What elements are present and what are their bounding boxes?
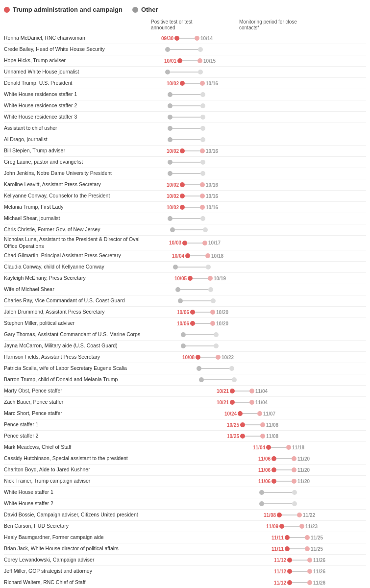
timeline-bar: 10/2511/08 bbox=[151, 431, 366, 441]
positive-date: 11/12 bbox=[274, 558, 286, 563]
positive-date: 10/21 bbox=[217, 400, 229, 405]
positive-dot bbox=[190, 321, 195, 326]
monitor-date: 11/04 bbox=[255, 389, 268, 394]
timeline-line bbox=[264, 492, 292, 493]
table-row: Michael Shear, journalist bbox=[4, 213, 366, 224]
positive-dot bbox=[196, 355, 200, 360]
timeline-bar: 10/0210/16 bbox=[151, 146, 366, 156]
table-row: Kellyanne Conway, Counselor to the Presi… bbox=[4, 191, 366, 202]
positive-dot bbox=[230, 389, 235, 393]
timeline-bar: 10/0610/20 bbox=[151, 318, 366, 328]
table-row: Marc Short, Pence staffer10/2411/07 bbox=[4, 408, 366, 419]
positive-date: 10/21 bbox=[217, 389, 229, 394]
person-name: Harrison Fields, Assistant Press Secreta… bbox=[4, 354, 151, 361]
timeline-bar: 10/0110/15 bbox=[151, 56, 366, 66]
person-name: Healy Baumgardner, Former campaign aide bbox=[4, 534, 151, 541]
monitor-date: 10/14 bbox=[200, 36, 213, 41]
col-header-monitor: Monitoring period for close contacts* bbox=[239, 19, 313, 31]
positive-dot bbox=[190, 310, 195, 315]
person-name: White House staffer 2 bbox=[4, 500, 151, 507]
timeline-line bbox=[276, 458, 292, 459]
timeline-line bbox=[170, 49, 198, 50]
person-name: Greg Laurie, pastor and evangelist bbox=[4, 159, 151, 166]
timeline-line bbox=[264, 503, 292, 504]
positive-date: 10/25 bbox=[227, 434, 239, 439]
timeline-bar: 10/0310/17 bbox=[151, 238, 366, 248]
timeline-line bbox=[173, 218, 200, 219]
positive-dot bbox=[178, 298, 183, 303]
rows-container: Ronna McDaniel, RNC chairwoman09/3010/14… bbox=[4, 33, 366, 588]
monitor-date: 10/18 bbox=[211, 253, 223, 259]
timeline-bar bbox=[151, 67, 366, 77]
timeline-line bbox=[235, 402, 249, 403]
timeline-bar: 11/1211/26 bbox=[151, 578, 366, 588]
positive-dot bbox=[279, 524, 284, 529]
chart-container: Trump administration and campaign Other … bbox=[0, 0, 370, 588]
timeline-line bbox=[173, 117, 200, 118]
person-name: David Bossie, Campaign adviser, Citizens… bbox=[4, 512, 151, 518]
person-name: Kayleigh McEnany, Press Secretary bbox=[4, 275, 151, 282]
monitor-dot bbox=[299, 524, 304, 529]
positive-dot bbox=[259, 490, 264, 495]
table-row: Pence staffer 110/2511/08 bbox=[4, 419, 366, 431]
timeline-line bbox=[187, 243, 202, 244]
legend-trump-dot bbox=[4, 7, 10, 13]
timeline-line bbox=[204, 379, 232, 380]
positive-date: 11/11 bbox=[271, 546, 284, 552]
timeline-line bbox=[180, 289, 208, 290]
timeline-line bbox=[190, 255, 205, 256]
positive-dot bbox=[168, 103, 173, 108]
timeline-bar: 10/2111/04 bbox=[151, 397, 366, 407]
person-name: Stephen Miller, political adviser bbox=[4, 320, 151, 327]
table-row: Harrison Fields, Assistant Press Secreta… bbox=[4, 352, 366, 363]
table-row: Claudia Conway, child of Kellyanne Conwa… bbox=[4, 262, 366, 273]
timeline-bar: 11/0911/23 bbox=[151, 521, 366, 531]
monitor-date: 11/20 bbox=[297, 479, 310, 484]
timeline-bar bbox=[151, 45, 366, 54]
person-name: Claudia Conway, child of Kellyanne Conwa… bbox=[4, 264, 151, 270]
table-row: Zach Bauer, Pence staffer10/2111/04 bbox=[4, 397, 366, 408]
table-row: Charles Ray, Vice Commandant of U.S. Coa… bbox=[4, 295, 366, 307]
positive-date: 11/06 bbox=[258, 456, 271, 462]
person-name: Melania Trump, First Lady bbox=[4, 204, 151, 211]
monitor-dot bbox=[205, 253, 210, 258]
table-row: White House residence staffer 1 bbox=[4, 89, 366, 100]
person-name: Charles Ray, Vice Commandant of U.S. Coa… bbox=[4, 297, 151, 304]
timeline-bar: 10/0810/22 bbox=[151, 352, 366, 362]
timeline-bar bbox=[151, 364, 366, 373]
person-name: Kellyanne Conway, Counselor to the Presi… bbox=[4, 193, 151, 199]
timeline-bar bbox=[151, 123, 366, 133]
monitor-dot bbox=[297, 513, 302, 517]
monitor-date: 11/07 bbox=[263, 411, 275, 416]
timeline-line bbox=[185, 196, 200, 196]
timeline-bar bbox=[151, 375, 366, 385]
monitor-dot bbox=[292, 456, 296, 461]
person-name: Nicholas Luna, Assistant to the Presiden… bbox=[4, 236, 151, 249]
col-header-positive: Positive test or test announced bbox=[151, 19, 210, 31]
table-row: Stephen Miller, political adviser10/0610… bbox=[4, 318, 366, 329]
timeline-bar bbox=[151, 169, 366, 178]
positive-date: 10/06 bbox=[177, 321, 189, 326]
timeline-line bbox=[173, 162, 200, 163]
person-name: Ronna McDaniel, RNC chairwoman bbox=[4, 35, 151, 42]
person-name: White House residence staffer 2 bbox=[4, 102, 151, 109]
timeline-bar: 11/0811/22 bbox=[151, 510, 366, 520]
monitor-dot bbox=[305, 546, 310, 551]
timeline-bar bbox=[151, 262, 366, 272]
monitor-dot bbox=[200, 81, 205, 86]
table-row: Brian Jack, White House director of poli… bbox=[4, 543, 366, 555]
monitor-dot bbox=[214, 332, 219, 337]
monitor-dot bbox=[208, 276, 213, 281]
monitor-dot bbox=[286, 445, 291, 450]
table-row: Nicholas Luna, Assistant to the Presiden… bbox=[4, 236, 366, 250]
table-row: Unnamed White House journalist bbox=[4, 67, 366, 78]
timeline-line bbox=[185, 83, 200, 84]
person-name: Karoline Leavitt, Assistant Press Secret… bbox=[4, 181, 151, 188]
monitor-dot bbox=[200, 205, 205, 210]
monitor-dot bbox=[202, 241, 207, 245]
monitor-date: 11/22 bbox=[303, 513, 315, 518]
table-row: Pence staffer 210/2511/08 bbox=[4, 431, 366, 442]
timeline-line bbox=[173, 94, 200, 95]
positive-dot bbox=[287, 569, 292, 574]
monitor-dot bbox=[307, 580, 312, 585]
